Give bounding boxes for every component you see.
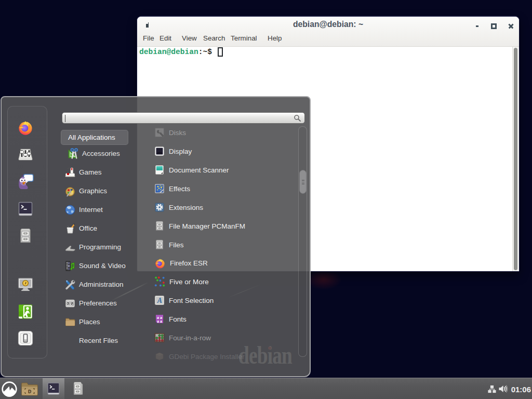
svg-text:a: a: [157, 319, 159, 324]
svg-text:A: A: [157, 297, 162, 304]
svg-text:D: D: [28, 389, 32, 395]
svg-text:a: a: [160, 319, 162, 324]
